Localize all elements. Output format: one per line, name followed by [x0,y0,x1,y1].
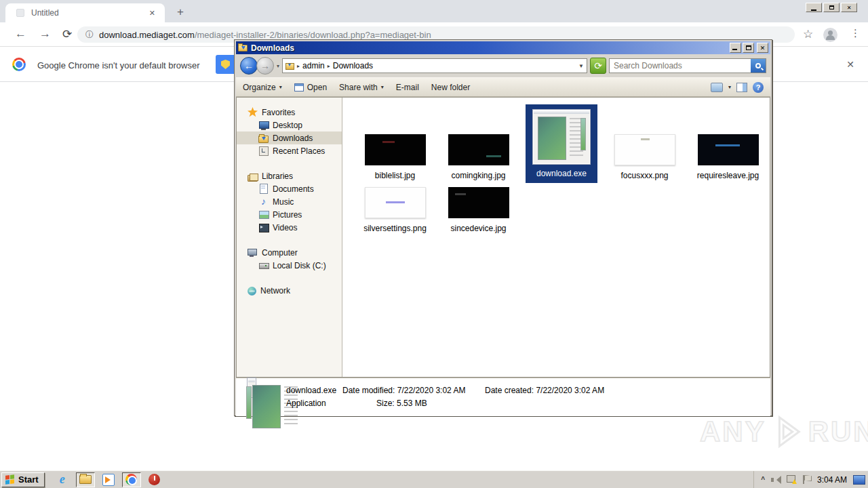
file-tile-requiresleave[interactable]: requiresleave.jpg [686,134,770,183]
details-file-name: download.exe [286,386,336,395]
details-size: Size: 5.53 MB [376,399,427,408]
share-with-menu[interactable]: Share with ▾ [339,83,384,92]
file-name: sincedevice.jpg [450,224,506,236]
file-list-pane[interactable]: biblelist.jpg comingking.jpg download.ex… [342,98,770,377]
search-button[interactable] [751,59,766,73]
browser-menu-icon[interactable]: ⋮ [850,27,861,39]
sidebar-group-libraries[interactable]: Libraries [237,169,342,182]
start-button[interactable]: Start [1,472,45,487]
taskbar-red-app-button[interactable] [145,472,164,487]
sidebar-item-label: Desktop [273,121,302,130]
downloads-folder-icon [258,136,269,143]
taskbar-clock[interactable]: 3:04 AM [817,475,847,485]
new-folder-button[interactable]: New folder [431,83,470,92]
details-date-created: Date created: 7/22/2020 3:02 AM [485,386,604,395]
sidebar-item-videos[interactable]: Videos [237,221,342,234]
sidebar-group-computer[interactable]: Computer [237,246,342,259]
email-button[interactable]: E-mail [396,83,419,92]
organize-label: Organize [243,83,276,92]
window-restore-button[interactable] [823,3,840,12]
action-center-flag-icon[interactable] [803,475,811,484]
page-info-icon[interactable]: ⓘ [85,29,94,41]
magnifier-icon [755,63,761,68]
explorer-title-bar[interactable]: Downloads ✕ [236,41,770,54]
local-disk-icon [258,260,269,270]
desktop-icon [258,120,269,130]
taskbar-chrome-button[interactable] [122,472,141,487]
explorer-command-bar: Organize ▾ Open Share with ▾ E-mail New … [236,77,770,97]
sidebar-group-network[interactable]: Network [237,284,342,297]
explorer-refresh-button[interactable]: ⟳ [590,58,606,74]
share-with-label: Share with [339,83,378,92]
sidebar-item-label: Downloads [273,134,313,143]
details-pane: download.exe Application Date modified: … [236,378,770,416]
email-label: E-mail [396,83,419,92]
profile-avatar[interactable] [823,28,837,42]
taskbar-explorer-button[interactable] [76,472,95,487]
browser-window-controls: ✕ [806,3,857,12]
file-tile-download-exe-selected[interactable]: download.exe [526,104,597,183]
history-dropdown-icon[interactable]: ▾ [277,63,279,69]
breadcrumb-dropdown-icon[interactable]: ▼ [578,63,584,69]
browser-back-icon[interactable]: ← [15,27,26,41]
details-file-type: Application [286,399,326,408]
sidebar-item-pictures[interactable]: Pictures [237,208,342,221]
help-icon[interactable]: ? [753,82,764,93]
image-thumbnail [698,134,759,165]
explorer-close-button[interactable]: ✕ [757,43,768,53]
network-warning-icon[interactable] [787,475,797,484]
windows-flag-icon [5,474,15,484]
breadcrumb[interactable]: ▸ admin ▸ Downloads ▼ [282,58,587,73]
window-minimize-button[interactable] [806,3,822,12]
explorer-maximize-button[interactable] [743,43,754,53]
file-tile-comingking[interactable]: comingking.jpg [437,134,520,183]
sidebar-item-desktop[interactable]: Desktop [237,119,342,131]
open-button[interactable]: Open [294,83,327,92]
browser-tab[interactable]: Untitled ✕ [5,3,165,22]
red-app-icon [149,474,160,485]
image-thumbnail [365,134,426,165]
bookmark-star-icon[interactable]: ☆ [803,27,813,41]
browser-refresh-icon[interactable]: ⟳ [62,27,72,41]
explorer-back-button[interactable]: ← [240,57,258,75]
volume-icon[interactable] [771,476,781,484]
application-installer-icon [247,378,256,398]
window-close-button[interactable]: ✕ [841,3,857,12]
sidebar-item-local-disk-c[interactable]: Local Disk (C:) [237,259,342,272]
sidebar-item-label: Music [273,197,294,207]
new-tab-button[interactable]: + [172,5,189,19]
sidebar-item-downloads[interactable]: Downloads [237,131,342,144]
anyrun-play-logo-icon [768,412,807,451]
sidebar-item-label: Recent Places [273,146,325,156]
tray-expand-icon[interactable]: ^ [761,476,765,483]
sidebar-item-recent-places[interactable]: Recent Places [237,144,342,157]
file-tile-silversettings[interactable]: silversettings.png [353,187,437,236]
music-icon: ♪ [258,197,269,207]
tab-close-icon[interactable]: ✕ [146,7,158,19]
change-view-icon[interactable] [711,83,723,92]
file-tile-sincedevice[interactable]: sincedevice.jpg [437,187,520,236]
explorer-forward-button[interactable]: → [256,57,274,75]
views-dropdown-icon[interactable]: ▾ [728,84,731,90]
organize-menu[interactable]: Organize ▾ [243,83,282,92]
libraries-icon [248,175,258,182]
file-tile-biblelist[interactable]: biblelist.jpg [353,134,437,183]
preview-pane-icon[interactable] [736,83,747,92]
sidebar-group-favorites[interactable]: Favorites [237,106,342,119]
browser-forward-icon[interactable]: → [39,27,51,41]
search-input[interactable] [610,61,751,70]
file-tile-focusxxx[interactable]: focusxxx.png [603,134,686,183]
taskbar-media-player-button[interactable] [99,472,118,487]
breadcrumb-item-downloads[interactable]: Downloads [333,61,373,70]
explorer-minimize-button[interactable] [730,43,741,53]
show-desktop-button[interactable] [853,475,865,485]
avatar-body [826,35,835,40]
breadcrumb-item-admin[interactable]: admin [302,61,325,70]
sidebar-item-music[interactable]: ♪ Music [237,195,342,208]
infobar-close-icon[interactable]: ✕ [846,59,854,70]
image-thumbnail [614,134,675,165]
star-icon [248,107,258,117]
taskbar-ie-button[interactable]: e [53,472,72,487]
documents-icon [258,184,269,194]
sidebar-item-documents[interactable]: Documents [237,182,342,195]
